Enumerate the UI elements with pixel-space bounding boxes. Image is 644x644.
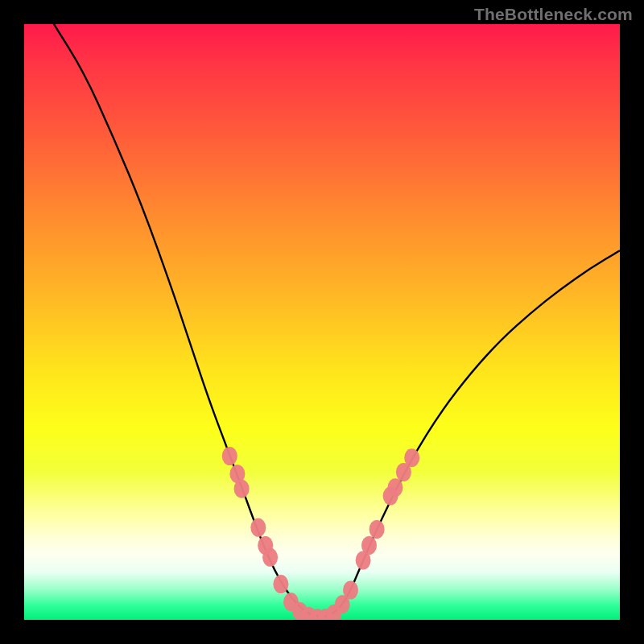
plot-area xyxy=(24,24,620,620)
curve-marker xyxy=(262,548,278,567)
chart-svg xyxy=(24,24,620,620)
curve-marker xyxy=(250,518,266,537)
curve-marker xyxy=(222,447,237,465)
curve-marker xyxy=(234,480,250,498)
outer-frame: TheBottleneck.com xyxy=(0,0,644,644)
watermark-text: TheBottleneck.com xyxy=(474,5,633,24)
bottleneck-curve xyxy=(54,24,620,617)
curve-marker xyxy=(369,520,385,539)
curve-marker xyxy=(361,536,377,555)
curve-marker xyxy=(388,478,403,497)
curve-markers xyxy=(222,447,419,620)
curve-marker xyxy=(343,581,358,600)
curve-marker xyxy=(273,575,288,593)
curve-marker xyxy=(404,448,419,467)
